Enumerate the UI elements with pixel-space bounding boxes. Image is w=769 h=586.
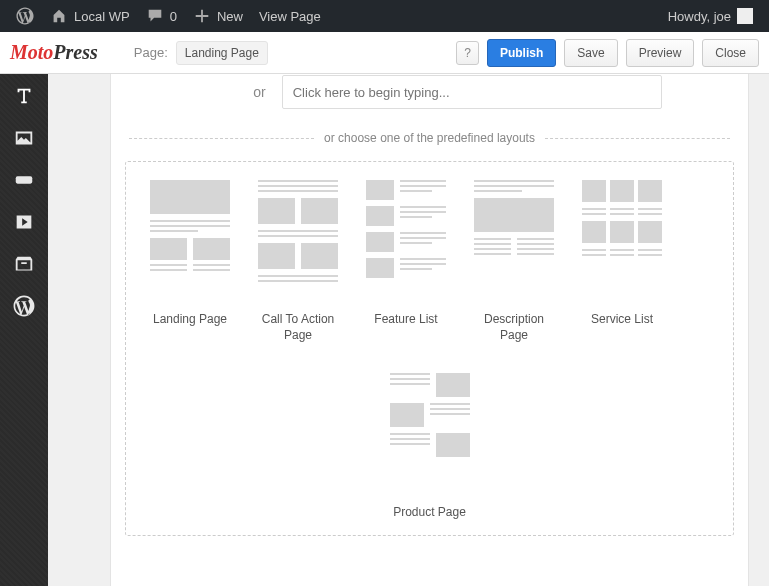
layout-label: Landing Page <box>153 312 227 328</box>
layout-label: Description Page <box>474 312 554 343</box>
layouts-grid: Landing Page Call To Action Page <box>125 161 734 536</box>
wp-new[interactable]: New <box>185 0 251 32</box>
canvas: or or choose one of the predefined layou… <box>48 74 769 586</box>
publish-button[interactable]: Publish <box>487 39 556 67</box>
logo: MotoPress <box>10 41 98 64</box>
wp-new-label: New <box>217 9 243 24</box>
tool-image[interactable] <box>8 124 40 152</box>
layout-landing-page[interactable]: Landing Page <box>150 180 230 343</box>
page-title[interactable]: Landing Page <box>176 41 268 65</box>
tool-button[interactable] <box>8 166 40 194</box>
tool-rail <box>0 74 48 586</box>
wp-view-page[interactable]: View Page <box>251 0 329 32</box>
wp-comments[interactable]: 0 <box>138 0 185 32</box>
wp-logo[interactable] <box>8 0 42 32</box>
layout-description-page[interactable]: Description Page <box>474 180 554 343</box>
preview-button[interactable]: Preview <box>626 39 695 67</box>
layout-label: Feature List <box>374 312 437 328</box>
wp-greeting: Howdy, joe <box>668 9 731 24</box>
avatar <box>737 8 753 24</box>
begin-typing-input[interactable] <box>282 75 662 109</box>
svg-rect-0 <box>16 176 33 183</box>
wp-site-name: Local WP <box>74 9 130 24</box>
wp-comment-count: 0 <box>170 9 177 24</box>
wp-admin-bar: Local WP 0 New View Page Howdy, joe <box>0 0 769 32</box>
layout-label: Service List <box>591 312 653 328</box>
wp-site-link[interactable]: Local WP <box>42 0 138 32</box>
close-button[interactable]: Close <box>702 39 759 67</box>
divider: or choose one of the predefined layouts <box>129 131 730 145</box>
tool-video[interactable] <box>8 208 40 236</box>
layout-label: Product Page <box>393 505 466 521</box>
wp-user-menu[interactable]: Howdy, joe <box>660 0 761 32</box>
tool-wordpress[interactable] <box>8 292 40 320</box>
layout-feature-list[interactable]: Feature List <box>366 180 446 343</box>
layout-product-page[interactable]: Product Page <box>390 373 470 521</box>
content-panel: or or choose one of the predefined layou… <box>110 74 749 586</box>
editor-header: MotoPress Page: Landing Page ? Publish S… <box>0 32 769 74</box>
page-label: Page: <box>134 45 168 60</box>
layout-label: Call To Action Page <box>258 312 338 343</box>
tool-text[interactable] <box>8 82 40 110</box>
divider-label: or choose one of the predefined layouts <box>324 131 535 145</box>
layout-call-to-action[interactable]: Call To Action Page <box>258 180 338 343</box>
layout-service-list[interactable]: Service List <box>582 180 662 343</box>
help-button[interactable]: ? <box>456 41 479 65</box>
save-button[interactable]: Save <box>564 39 617 67</box>
or-label: or <box>253 84 265 100</box>
tool-archive[interactable] <box>8 250 40 278</box>
